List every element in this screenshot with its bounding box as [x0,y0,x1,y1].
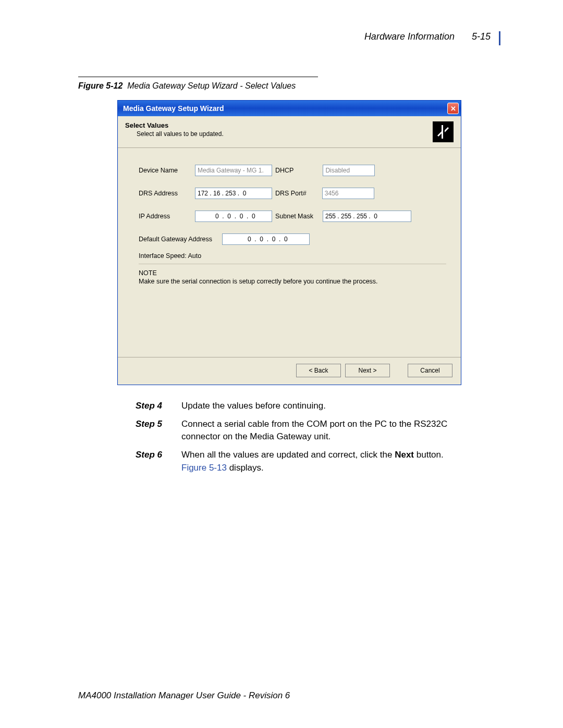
step-text-bold: Next [395,450,414,460]
close-button[interactable]: ✕ [447,103,459,114]
caption-rule [78,77,318,77]
device-name-label: Device Name [139,167,195,174]
step-text-pre: When all the values are updated and corr… [181,450,395,460]
figure-link[interactable]: Figure 5-13 [181,463,227,473]
section-title: Hardware Information [364,31,455,42]
drs-address-label: DRS Address [139,190,195,197]
figure-number: Figure 5-12 [78,81,123,90]
wizard-header-panel: Select Values Select all values to be up… [118,116,461,148]
dhcp-label: DHCP [275,167,293,174]
row-gateway: Default Gateway Address [139,233,446,245]
next-button[interactable]: Next > [345,364,390,377]
figure-title: Media Gateway Setup Wizard - Select Valu… [127,81,296,90]
note-body: Make sure the serial connection is setup… [139,278,446,285]
step-text-post: displays. [227,463,264,473]
titlebar: Media Gateway Setup Wizard ✕ [118,101,461,116]
device-name-input[interactable] [195,165,272,176]
row-drs: DRS Address DRS Port# [139,188,446,199]
figure-caption: Figure 5-12 Media Gateway Setup Wizard -… [78,81,500,91]
ip-address-label: IP Address [139,213,195,220]
separator [139,264,446,264]
note-title: NOTE [139,269,446,277]
steps-list: Step 4 Update the values before continui… [136,400,469,474]
step-label: Step 4 [136,400,181,413]
wizard-heading: Select Values [125,121,224,129]
gateway-input[interactable] [222,233,310,245]
svg-rect-1 [442,125,443,139]
cancel-button[interactable]: Cancel [408,364,452,377]
interface-speed: Interface Speed: Auto [139,252,446,260]
window-title: Media Gateway Setup Wizard [123,104,224,113]
note-block: NOTE Make sure the serial connection is … [139,269,446,285]
step-text: Update the values before continuing. [181,400,469,413]
subnet-mask-input[interactable] [323,211,411,222]
wizard-logo-icon [433,121,454,142]
page-header: Hardware Information 5-15 [78,31,500,45]
wizard-dialog: Media Gateway Setup Wizard ✕ Select Valu… [117,100,461,385]
wizard-body: Device Name DHCP DRS Address DRS Port# I… [118,148,461,357]
close-icon: ✕ [450,105,456,113]
row-ip: IP Address Subnet Mask [139,211,446,222]
step-label: Step 6 [136,449,181,474]
wizard-footer: < Back Next > Cancel [118,357,461,385]
drs-address-input[interactable] [195,188,272,199]
page-footer: MA4000 Installation Manager User Guide -… [78,690,290,701]
step-6: Step 6 When all the values are updated a… [136,449,469,474]
back-button[interactable]: < Back [296,364,341,377]
row-device-name: Device Name DHCP [139,165,446,176]
gateway-label: Default Gateway Address [139,236,222,243]
step-text: Connect a serial cable from the COM port… [181,418,469,443]
page-number: 5-15 [457,31,491,42]
drs-port-label: DRS Port# [275,190,307,197]
step-4: Step 4 Update the values before continui… [136,400,469,413]
step-5: Step 5 Connect a serial cable from the C… [136,418,469,443]
dhcp-input[interactable] [323,165,375,176]
step-label: Step 5 [136,418,181,443]
step-text: When all the values are updated and corr… [181,449,469,474]
step-text-mid: button. [414,450,444,460]
drs-port-input[interactable] [322,188,374,199]
wizard-subheading: Select all values to be updated. [125,130,224,138]
subnet-mask-label: Subnet Mask [275,213,313,220]
ip-address-input[interactable] [195,211,272,222]
